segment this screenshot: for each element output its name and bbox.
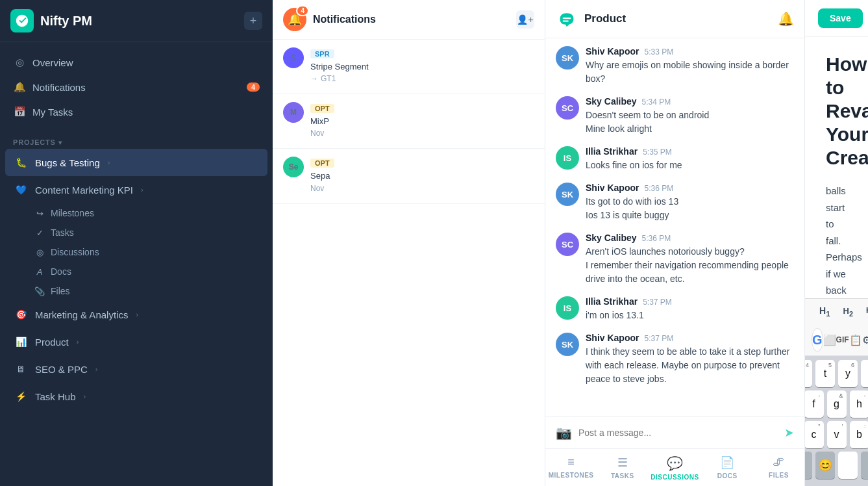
gif-button[interactable]: GIF xyxy=(836,328,849,352)
key-h[interactable]: -h xyxy=(850,390,869,418)
google-icon[interactable]: G xyxy=(812,328,823,352)
content-marketing-arrow: › xyxy=(141,186,143,194)
heading1-button[interactable]: H1 xyxy=(815,304,834,319)
key-comma[interactable]: , xyxy=(805,452,812,479)
docs-tab-label: DOCS xyxy=(717,472,738,480)
doc-paragraph-1: balls start to fall. Perhaps if we back … xyxy=(826,183,847,298)
sidebar-project-task-hub[interactable]: ⚡ Task Hub › xyxy=(5,383,267,410)
notif-avatar-sepa: Se xyxy=(283,157,304,177)
key-g[interactable]: &g xyxy=(827,390,847,418)
chat-sender-7: Shiv Kapoor xyxy=(586,333,639,343)
task-hub-icon: ⚡ xyxy=(13,389,29,404)
add-user-button[interactable]: 👤+ xyxy=(516,10,534,29)
sidebar-item-milestones[interactable]: ↪ Milestones xyxy=(26,203,267,223)
key-u[interactable]: 7u xyxy=(861,360,868,387)
chat-header-logo xyxy=(556,8,578,30)
chat-message-6: IS Illia Strikhar 5:37 PM i'm on ios 13.… xyxy=(556,296,794,322)
chat-message-4: SK Shiv Kapoor 5:36 PM Its got to do wit… xyxy=(556,183,794,222)
sidebar-item-overview[interactable]: ◎ Overview xyxy=(5,50,267,75)
settings-icon[interactable]: ⚙ xyxy=(862,328,868,352)
key-b[interactable]: :b xyxy=(850,421,869,448)
sidebar-project-product[interactable]: 📊 Product › xyxy=(5,328,267,355)
chat-text-7: I think they seem to be able to take it … xyxy=(586,345,794,386)
notif-item-sepa[interactable]: Se OPT Sepa Nov xyxy=(273,149,545,203)
sidebar-item-files[interactable]: 📎 Files xyxy=(26,281,267,301)
chat-time-1: 5:33 PM xyxy=(644,47,673,57)
keyboard-icon-sticker[interactable]: ⬜ xyxy=(823,328,836,352)
document-title: How to Revamp Your Creat xyxy=(826,53,847,170)
chat-time-2: 5:34 PM xyxy=(642,97,671,107)
chat-bell-button[interactable]: 🔔 xyxy=(778,11,794,27)
discussions-icon: ◎ xyxy=(34,248,45,257)
chat-message-7: SK Shiv Kapoor 5:37 PM I think they seem… xyxy=(556,333,794,386)
sidebar-item-tasks[interactable]: ✓ Tasks xyxy=(26,223,267,242)
sidebar-item-discussions[interactable]: ◎ Discussions xyxy=(26,242,267,262)
chat-message-input[interactable] xyxy=(578,428,778,438)
chat-sender-5: Sky Calibey xyxy=(586,233,637,243)
tasks-icon: ✓ xyxy=(34,228,45,238)
key-v[interactable]: 'v xyxy=(827,421,847,448)
chat-send-button[interactable]: ➤ xyxy=(784,426,794,440)
add-project-button[interactable]: + xyxy=(244,12,262,30)
notif-content-stripe: SPR Stripe Segment → GT1 xyxy=(310,47,534,83)
clipboard-icon[interactable]: 📋 xyxy=(849,328,862,352)
chat-time-4: 5:36 PM xyxy=(644,184,673,193)
milestones-icon: ↪ xyxy=(34,209,45,218)
document-body: balls start to fall. Perhaps if we back … xyxy=(826,183,847,298)
chat-panel: Product 🔔 SK Shiv Kapoor 5:33 PM Why are… xyxy=(545,0,805,486)
sidebar-item-my-tasks[interactable]: 📅 My Tasks xyxy=(5,99,267,124)
bell-icon: 🔔 xyxy=(13,81,26,94)
sidebar-project-bugs[interactable]: 🐛 Bugs & Testing › xyxy=(5,149,267,176)
notif-avatar-mixp: M xyxy=(283,102,304,123)
sidebar-project-content-marketing[interactable]: 💙 Content Marketing KPI › xyxy=(5,176,267,203)
key-space[interactable] xyxy=(838,452,858,479)
notif-item-mixp[interactable]: M OPT MixP Nov xyxy=(273,94,545,149)
notif-title-mixp: MixP xyxy=(310,116,534,127)
chat-sender-2: Sky Calibey xyxy=(586,96,637,107)
notifications-header: 🔔 4 Notifications 👤+ xyxy=(273,0,545,40)
discussions-tab-icon: 💬 xyxy=(667,455,683,471)
files-icon: 📎 xyxy=(34,287,45,296)
product-label: Product xyxy=(35,337,69,348)
milestones-tab-icon: ≡ xyxy=(567,455,575,469)
notif-meta-mixp: Nov xyxy=(310,129,534,138)
heading2-button[interactable]: H2 xyxy=(839,305,857,319)
notif-title-sepa: Sepa xyxy=(310,170,534,182)
key-y[interactable]: 6y xyxy=(838,360,858,387)
chat-tab-docs[interactable]: 📄 DOCS xyxy=(702,449,753,486)
docs-tab-icon: 📄 xyxy=(720,455,734,470)
chat-text-5b: I remember their navigation recommending… xyxy=(586,259,794,286)
notif-title-stripe: Stripe Segment xyxy=(310,61,534,73)
chat-text-5a: Aren't iOS launches notoriously buggy? xyxy=(586,245,794,259)
sidebar-project-marketing[interactable]: 🎯 Marketing & Analytics › xyxy=(5,301,267,328)
key-f[interactable]: -f xyxy=(805,390,824,418)
key-emoji[interactable]: 😊 xyxy=(815,452,835,479)
sidebar: Nifty PM + ◎ Overview 🔔 Notifications 4 … xyxy=(0,0,273,486)
key-r[interactable]: 4r xyxy=(805,360,812,387)
camera-icon[interactable]: 📷 xyxy=(556,425,572,441)
chat-tab-tasks[interactable]: ☰ TASKS xyxy=(597,449,648,486)
keyboard-row-3: ⇧ *z !x "c 'v :b ;n ?m ⌫ xyxy=(808,421,865,448)
heading3-button[interactable]: H3 xyxy=(862,305,868,318)
document-panel: Save 👤 SG 👤 ··· How to Revamp Your Creat… xyxy=(805,0,868,486)
sidebar-item-docs[interactable]: A Docs xyxy=(26,262,267,281)
app-logo xyxy=(10,9,34,32)
key-period[interactable]: . xyxy=(861,452,868,479)
sidebar-project-seo[interactable]: 🖥 SEO & PPC › xyxy=(5,355,267,383)
notif-item-stripe[interactable]: S SPR Stripe Segment → GT1 xyxy=(273,40,545,94)
sidebar-item-notifications[interactable]: 🔔 Notifications 4 xyxy=(5,75,267,99)
save-button[interactable]: Save xyxy=(818,8,863,28)
keyboard-row-4: ?123 , 😊 . ↵ xyxy=(808,452,865,479)
key-c[interactable]: "c xyxy=(805,421,824,448)
seo-label: SEO & PPC xyxy=(35,364,88,375)
marketing-label: Marketing & Analytics xyxy=(35,309,128,320)
text-formatting-toolbar: H1 H2 H3 | ≡ | B i U S xyxy=(805,298,868,324)
key-t[interactable]: 5t xyxy=(815,360,835,387)
chat-tab-files[interactable]: 🖇 FILES xyxy=(753,449,804,486)
discussions-label: Discussions xyxy=(51,247,99,257)
notif-type-badge-sepa: OPT xyxy=(310,159,334,168)
chat-tab-discussions[interactable]: 💬 DISCUSSIONS xyxy=(648,449,701,486)
content-marketing-icon: 💙 xyxy=(13,182,29,198)
chat-tab-milestones[interactable]: ≡ MILESTONES xyxy=(545,449,597,486)
tasks-tab-label: TASKS xyxy=(611,472,634,480)
